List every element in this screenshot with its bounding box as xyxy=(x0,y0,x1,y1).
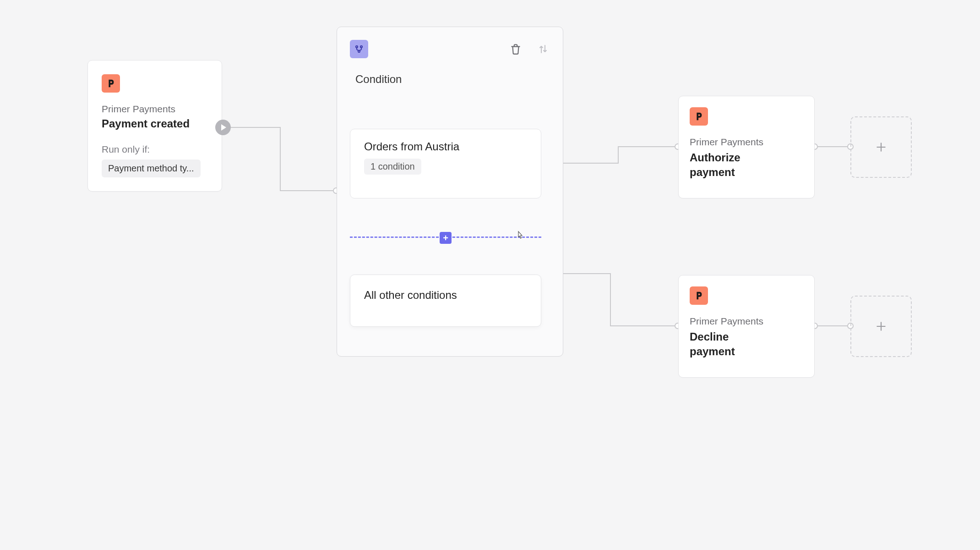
insert-branch-button[interactable]: + xyxy=(440,232,452,244)
run-if-label: Run only if: xyxy=(102,144,208,155)
branch-name: All other conditions xyxy=(364,289,527,302)
action-card-authorize[interactable]: Primer Payments Authorize payment xyxy=(678,96,815,198)
trigger-provider: Primer Payments xyxy=(102,104,208,115)
add-step-button[interactable] xyxy=(850,296,912,357)
reorder-button[interactable] xyxy=(536,42,550,56)
branch-count: 1 condition xyxy=(364,159,421,175)
condition-branch[interactable]: Orders from Austria 1 condition xyxy=(350,129,541,198)
branch-name: Orders from Austria xyxy=(364,140,527,153)
insert-branch-row[interactable]: + xyxy=(350,236,541,238)
branch-icon xyxy=(350,40,368,58)
condition-header xyxy=(350,40,550,58)
condition-branch-else[interactable]: All other conditions xyxy=(350,275,541,327)
trigger-card[interactable]: Primer Payments Payment created Run only… xyxy=(87,60,222,192)
primer-logo-icon xyxy=(690,286,708,305)
trigger-output-handle[interactable] xyxy=(215,120,231,135)
workflow-canvas[interactable]: Primer Payments Payment created Run only… xyxy=(0,0,980,550)
primer-logo-icon xyxy=(102,74,120,93)
trigger-event: Payment created xyxy=(102,117,208,130)
action-name: Authorize payment xyxy=(690,150,772,180)
delete-button[interactable] xyxy=(509,42,523,56)
action-provider: Primer Payments xyxy=(690,316,803,327)
cursor-icon xyxy=(514,231,525,242)
action-provider: Primer Payments xyxy=(690,137,803,148)
action-card-decline[interactable]: Primer Payments Decline payment xyxy=(678,275,815,378)
condition-title: Condition xyxy=(355,73,402,86)
run-if-chip[interactable]: Payment method ty... xyxy=(102,160,201,177)
condition-node[interactable]: Condition Orders from Austria 1 conditio… xyxy=(337,27,563,357)
add-step-button[interactable] xyxy=(850,116,912,178)
action-name: Decline payment xyxy=(690,330,772,359)
primer-logo-icon xyxy=(690,107,708,126)
